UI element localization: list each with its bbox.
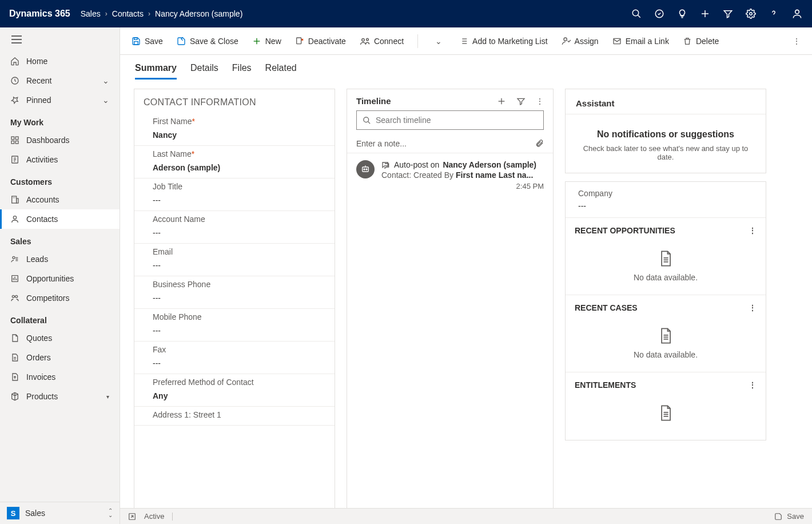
nav-label: Recent (26, 76, 51, 85)
nav-accounts[interactable]: Accounts (0, 190, 120, 209)
nav-contacts[interactable]: Contacts (0, 209, 120, 229)
popout-icon[interactable] (128, 513, 136, 521)
more-icon[interactable]: ⋮ (749, 226, 757, 235)
breadcrumb-item[interactable]: Sales (81, 9, 101, 18)
timeline-item-time: 2:45 PM (381, 182, 544, 190)
nav-section-header: My Work (0, 110, 120, 130)
svg-rect-29 (296, 38, 301, 44)
nav-invoices[interactable]: Invoices (0, 367, 120, 387)
nav-competitors[interactable]: Competitors (0, 288, 120, 308)
connect-button[interactable]: Connect (360, 37, 404, 46)
sidebar: HomeRecent⌄Pinned⌄My WorkDashboardsActiv… (0, 27, 120, 524)
save-status-label[interactable]: Save (787, 512, 804, 521)
help-icon[interactable] (769, 9, 779, 19)
status-text: Active (144, 512, 164, 521)
attachment-icon[interactable] (535, 139, 544, 148)
deactivate-button[interactable]: Deactivate (295, 37, 346, 46)
field-label: Account Name (153, 215, 325, 224)
assign-button[interactable]: Assign (562, 37, 599, 46)
tab-related[interactable]: Related (265, 63, 297, 80)
gear-icon[interactable] (746, 9, 756, 19)
nav-products[interactable]: Products▾ (0, 387, 120, 406)
contact-information-card: CONTACT INFORMATION First Name*NancyLast… (134, 89, 335, 515)
activities-icon (10, 155, 19, 164)
field-preferred-method-of-contact[interactable]: Preferred Method of ContactAny (134, 374, 335, 407)
plus-icon[interactable] (700, 9, 710, 19)
field-business-phone[interactable]: Business Phone--- (134, 276, 335, 309)
nav-quotes[interactable]: Quotes (0, 328, 120, 348)
note-placeholder: Enter a note... (356, 139, 407, 148)
more-commands-icon[interactable]: ⋮ (793, 37, 801, 46)
sidebar-area-switcher[interactable]: S Sales ⌃⌄ (0, 502, 120, 524)
tab-details[interactable]: Details (190, 63, 218, 80)
new-button[interactable]: New (252, 37, 281, 46)
search-icon[interactable] (631, 9, 642, 19)
svg-rect-16 (12, 196, 17, 203)
save-status-icon[interactable] (774, 513, 782, 521)
connect-dropdown[interactable]: ⌄ (432, 37, 445, 46)
svg-line-1 (638, 15, 640, 18)
nav-activities[interactable]: Activities (0, 150, 120, 169)
marketing-list-button[interactable]: Add to Marketing List (459, 37, 548, 46)
list-icon (459, 37, 468, 46)
chevron-right-icon: › (148, 10, 150, 18)
more-icon[interactable]: ⋮ (749, 380, 757, 390)
nav-pinned[interactable]: Pinned⌄ (0, 90, 120, 110)
tab-summary[interactable]: Summary (135, 63, 177, 80)
svg-point-23 (12, 295, 14, 297)
nav-opportunities[interactable]: Opportunities (0, 269, 120, 288)
field-address-1-street-1[interactable]: Address 1: Street 1 (134, 407, 335, 426)
chevron-right-icon: › (105, 10, 108, 18)
section-body: No data available. (566, 240, 766, 295)
timeline-note-input[interactable]: Enter a note... (347, 134, 553, 153)
more-icon[interactable]: ⋮ (749, 303, 757, 312)
field-value: --- (153, 196, 325, 205)
user-icon[interactable] (791, 8, 803, 19)
filter-timeline-icon[interactable] (516, 97, 526, 106)
nav-label: Opportunities (26, 274, 74, 283)
breadcrumb-item[interactable]: Contacts (112, 9, 144, 18)
field-first-name[interactable]: First Name*Nancy (134, 113, 335, 146)
more-timeline-icon[interactable]: ⋮ (536, 97, 544, 106)
save-button[interactable]: Save (132, 37, 163, 46)
field-mobile-phone[interactable]: Mobile Phone--- (134, 309, 335, 342)
lightbulb-icon[interactable] (677, 9, 687, 19)
hamburger-icon[interactable] (0, 27, 120, 51)
field-account-name[interactable]: Account Name--- (134, 211, 335, 244)
save-close-button[interactable]: Save & Close (177, 37, 238, 46)
breadcrumb-item[interactable]: Nancy Aderson (sample) (155, 9, 242, 18)
timeline-item-title-prefix: Auto-post on (394, 160, 439, 169)
field-label: Address 1: Street 1 (153, 410, 325, 419)
svg-line-45 (368, 121, 370, 124)
field-value: --- (153, 326, 325, 335)
field-job-title[interactable]: Job Title--- (134, 178, 335, 211)
timeline-item[interactable]: Auto-post on Nancy Aderson (sample) Cont… (347, 153, 553, 197)
chevron-down-icon: ⌄ (102, 96, 109, 105)
task-flow-icon[interactable] (654, 9, 664, 19)
tab-files[interactable]: Files (232, 63, 252, 80)
company-value[interactable]: --- (578, 201, 753, 211)
timeline-search[interactable] (356, 110, 544, 130)
nav-dashboards[interactable]: Dashboards (0, 130, 120, 150)
field-fax[interactable]: Fax--- (134, 342, 335, 374)
document-icon (571, 327, 760, 344)
nav-home[interactable]: Home (0, 51, 120, 71)
save-label: Save (145, 37, 163, 46)
svg-point-44 (364, 117, 369, 122)
email-link-button[interactable]: Email a Link (612, 37, 669, 46)
field-email[interactable]: Email--- (134, 244, 335, 276)
assign-icon (562, 37, 571, 46)
timeline-search-input[interactable] (376, 116, 538, 125)
add-timeline-icon[interactable] (497, 97, 506, 106)
section-title: ENTITLEMENTS (575, 380, 636, 390)
field-last-name[interactable]: Last Name*Aderson (sample) (134, 146, 335, 178)
nav-recent[interactable]: Recent⌄ (0, 71, 120, 90)
nav-orders[interactable]: Orders (0, 348, 120, 367)
assistant-subtext: Check back later to see what's new and s… (576, 144, 755, 161)
delete-button[interactable]: Delete (683, 37, 719, 46)
svg-point-47 (364, 169, 365, 170)
nav-leads[interactable]: Leads (0, 249, 120, 269)
svg-rect-17 (17, 199, 18, 203)
filter-icon[interactable] (723, 9, 733, 19)
status-bar: Active Save (120, 508, 812, 524)
